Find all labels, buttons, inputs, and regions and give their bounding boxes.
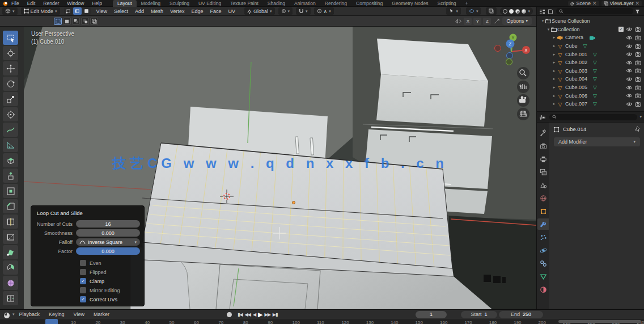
select-extend-mode-button[interactable]: [63, 18, 71, 25]
operator-panel-title[interactable]: Loop Cut and Slide: [31, 209, 144, 219]
workspace-tab-rendering[interactable]: Rendering: [320, 0, 351, 7]
current-frame-field[interactable]: 1: [416, 311, 447, 318]
scene-collection-label[interactable]: Scene Collection: [552, 18, 590, 24]
disclosure-icon[interactable]: ▸: [552, 77, 557, 81]
blender-logo-icon[interactable]: [3, 1, 7, 6]
tool-move[interactable]: [3, 61, 18, 75]
object-name[interactable]: Cube.004: [565, 76, 587, 82]
flipped-checkbox[interactable]: [80, 269, 86, 275]
snap-elastic-icon[interactable]: [493, 18, 501, 25]
rendered-shading-button[interactable]: [522, 9, 526, 14]
outliner-row-cube-002[interactable]: ▸▽Cube.002▽: [537, 58, 644, 67]
vp-menu-face[interactable]: Face: [207, 9, 225, 14]
play-button[interactable]: ▶: [258, 311, 262, 318]
outliner-row-cube-001[interactable]: ▸▽Cube.001▽: [537, 50, 644, 58]
pivot-point-dropdown[interactable]: ▾: [278, 7, 293, 15]
disable-render-icon[interactable]: [635, 52, 641, 57]
falloff-dropdown[interactable]: Inverse Square ▾: [76, 238, 140, 246]
gizmo-z-neg[interactable]: [507, 53, 513, 59]
outliner-row-collection[interactable]: ▾ Collection ✓: [537, 26, 644, 34]
select-subtract-mode-button[interactable]: [72, 18, 80, 25]
tool-cursor[interactable]: [3, 46, 18, 60]
tool-rotate[interactable]: [3, 77, 18, 91]
mirror-editing-checkbox-row[interactable]: Mirror Editing: [80, 286, 140, 294]
timeline-menu-keying[interactable]: Keying: [44, 312, 69, 317]
proportional-edit-group[interactable]: ∧ ▾: [314, 7, 334, 15]
frame-start-field[interactable]: Start 1: [461, 311, 497, 318]
disable-render-icon[interactable]: [635, 27, 641, 32]
workspace-tab-geometry-nodes[interactable]: Geometry Nodes: [387, 0, 433, 7]
tool-smooth[interactable]: [3, 276, 18, 290]
select-set-mode-button[interactable]: [54, 18, 62, 25]
tool-extrude-region[interactable]: [3, 169, 18, 183]
disclosure-icon[interactable]: ▸: [552, 85, 557, 90]
outliner-row-cube-006[interactable]: ▸▽Cube.006▽: [537, 91, 644, 100]
tool-add-cube[interactable]: [3, 153, 18, 167]
play-reverse-button[interactable]: ◀: [253, 312, 256, 317]
workspace-tab-modeling[interactable]: Modeling: [137, 0, 166, 7]
workspace-tab-animation[interactable]: Animation: [290, 0, 320, 7]
menu-file[interactable]: File: [7, 0, 23, 7]
workspace-tab-layout[interactable]: Layout: [113, 0, 137, 7]
display-mode-icon[interactable]: [548, 9, 554, 14]
tool-annotate[interactable]: [3, 123, 18, 137]
disclosure-icon[interactable]: ▸: [552, 94, 557, 98]
hide-eye-icon[interactable]: [626, 27, 633, 32]
pan-view-button[interactable]: [517, 81, 529, 93]
frame-end-field[interactable]: End 250: [499, 311, 543, 318]
scene-unlink-icon[interactable]: ✕: [592, 1, 597, 6]
overlays-dropdown[interactable]: ▾: [466, 7, 481, 15]
properties-tab-object[interactable]: [537, 205, 549, 217]
viewlayer-selector[interactable]: ViewLayer ✕: [601, 1, 642, 6]
outliner-row-cube-003[interactable]: ▸▽Cube.003▽: [537, 67, 644, 75]
object-name[interactable]: Cube: [565, 43, 578, 49]
snap-dropdown[interactable]: ▾: [296, 7, 311, 15]
disable-render-icon[interactable]: [635, 93, 641, 98]
properties-tab-material[interactable]: [537, 284, 549, 295]
vertex-select-button[interactable]: [64, 7, 73, 15]
tool-knife[interactable]: [3, 230, 18, 244]
hide-eye-icon[interactable]: [626, 60, 633, 65]
properties-tab-world[interactable]: [537, 192, 549, 204]
options-dropdown[interactable]: Options ▾: [502, 17, 532, 25]
outliner-search-input[interactable]: [556, 8, 633, 14]
disclosure-icon[interactable]: ▸: [552, 35, 557, 40]
tool-scale[interactable]: [3, 92, 18, 106]
correct-uvs-checkbox-row[interactable]: ✓ Correct UVs: [80, 295, 140, 304]
select-intersect-mode-button[interactable]: [90, 18, 98, 25]
properties-search-input[interactable]: [549, 114, 637, 120]
camera-view-button[interactable]: [517, 94, 529, 107]
disclosure-icon[interactable]: ▸: [552, 102, 557, 106]
factor-slider[interactable]: 0.000: [76, 247, 140, 255]
hide-eye-icon[interactable]: [626, 102, 633, 107]
object-name[interactable]: Cube.007: [565, 101, 587, 107]
solid-shading-button[interactable]: [509, 9, 514, 14]
auto-key-record-button[interactable]: [227, 312, 232, 317]
material-shading-button[interactable]: [515, 9, 520, 14]
workspace-tab-texture-paint[interactable]: Texture Paint: [226, 0, 263, 7]
hide-eye-icon[interactable]: [626, 77, 633, 82]
transform-orientation-dropdown[interactable]: Global ▾: [244, 7, 275, 15]
gizmo-y-neg[interactable]: [506, 59, 512, 65]
workspace-tab-sculpting[interactable]: Sculpting: [165, 0, 194, 7]
next-keyframe-button[interactable]: ▶▶: [265, 312, 270, 317]
workspace-tab-uv-editing[interactable]: UV Editing: [194, 0, 226, 7]
disable-render-icon[interactable]: [635, 68, 641, 73]
playhead[interactable]: [45, 319, 58, 324]
tool-edge-slide[interactable]: [3, 291, 18, 305]
timeline-ruler[interactable]: 1020304050607080901001101201301401501601…: [0, 319, 644, 324]
tool-poly-build[interactable]: [3, 245, 18, 259]
object-name[interactable]: Cube.003: [565, 68, 587, 74]
mode-dropdown[interactable]: Edit Mode ▾: [21, 7, 60, 15]
add-modifier-button[interactable]: Add Modifier ▾: [554, 137, 640, 146]
collection-checkbox[interactable]: ✓: [618, 27, 624, 32]
xray-toggle[interactable]: [486, 7, 497, 15]
filter-icon[interactable]: [635, 9, 642, 14]
smoothness-field[interactable]: 0.000: [76, 229, 140, 237]
symmetry-x-toggle[interactable]: X: [464, 18, 472, 25]
properties-tab-object-data[interactable]: [537, 271, 549, 282]
disclosure-icon[interactable]: ▸: [552, 60, 557, 65]
timeline-scrollbar[interactable]: [558, 320, 641, 323]
hide-eye-icon[interactable]: [626, 44, 633, 49]
disclosure-icon[interactable]: ▾: [546, 27, 551, 32]
